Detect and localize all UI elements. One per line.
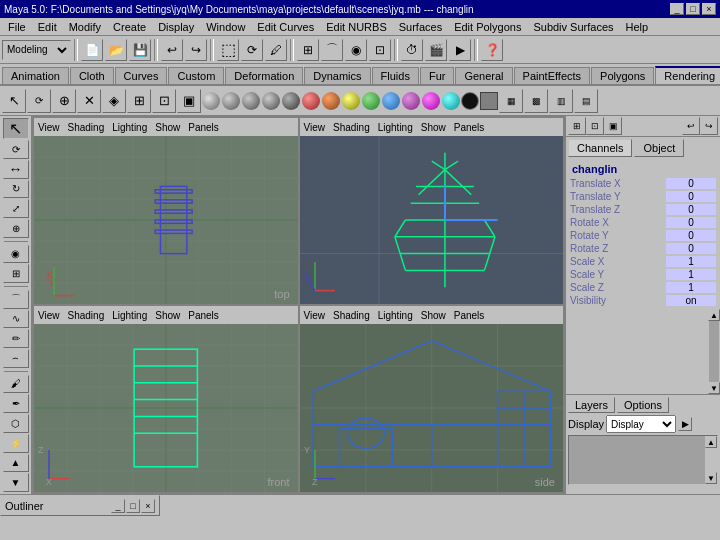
channel-value-tz[interactable]: 0 [666,204,716,215]
toolbar-new[interactable]: 📄 [81,39,103,61]
vp-persp-panels[interactable]: Panels [454,122,485,133]
tool-paint1[interactable]: 🖌 [3,375,29,394]
toolbar-snap-curve[interactable]: ⌒ [321,39,343,61]
toolbar-lasso[interactable]: ⟳ [241,39,263,61]
tab-cloth[interactable]: Cloth [70,67,114,84]
tool-bottom2[interactable]: ▼ [3,473,29,492]
tab-fluids[interactable]: Fluids [372,67,419,84]
tab-layers[interactable]: Layers [568,397,615,413]
rp-icon2[interactable]: ⊡ [586,117,604,135]
scroll-down-button[interactable]: ▼ [708,382,720,394]
vp-front-lighting[interactable]: Lighting [112,310,147,321]
icon-grid1[interactable]: ⊞ [127,89,151,113]
tab-channels[interactable]: Channels [568,139,632,157]
tab-painteffects[interactable]: PaintEffects [514,67,591,84]
tool-arc[interactable]: ⌢ [3,349,29,368]
sphere-gray5[interactable] [282,92,300,110]
icon-cross[interactable]: ✕ [77,89,101,113]
channel-value-rz[interactable]: 0 [666,243,716,254]
icon-film[interactable]: ▥ [549,89,573,113]
flat-rect[interactable] [480,92,498,110]
rp-icon5[interactable]: ↪ [700,117,718,135]
toolbar-undo[interactable]: ↩ [161,39,183,61]
toolbar-help[interactable]: ❓ [481,39,503,61]
toolbar-ipr[interactable]: ▶ [449,39,471,61]
vp-top-show[interactable]: Show [155,122,180,133]
tab-dynamics[interactable]: Dynamics [304,67,370,84]
vp-persp-shading[interactable]: Shading [333,122,370,133]
outliner-btn-close[interactable]: × [141,499,155,513]
sphere-gray4[interactable] [262,92,280,110]
layers-display-select[interactable]: Display Render Anim [606,415,676,433]
sphere-red[interactable] [302,92,320,110]
scroll-track[interactable] [709,321,719,382]
tab-object[interactable]: Object [634,139,684,157]
layers-scroll-track[interactable] [705,448,717,472]
viewport-front-canvas[interactable]: X Z front [34,324,298,492]
toolbar-render[interactable]: 🎬 [425,39,447,61]
icon-select-arrow[interactable]: ↖ [2,89,26,113]
tool-universal[interactable]: ⊕ [3,219,29,238]
menu-edit[interactable]: Edit [32,20,63,34]
tool-cloth[interactable]: ⬡ [3,414,29,433]
outliner-btn-maximize[interactable]: □ [126,499,140,513]
viewport-side-canvas[interactable]: Z Y side [300,324,564,492]
tool-show-manip[interactable]: ⊞ [3,264,29,283]
tab-rendering[interactable]: Rendering [655,66,720,84]
vp-front-shading[interactable]: Shading [68,310,105,321]
tool-bottom1[interactable]: ▲ [3,454,29,473]
scroll-up-button[interactable]: ▲ [708,309,720,321]
icon-render1[interactable]: ▦ [499,89,523,113]
icon-diamond[interactable]: ◈ [102,89,126,113]
channel-value-sx[interactable]: 1 [666,256,716,267]
maximize-button[interactable]: □ [686,3,700,15]
menu-display[interactable]: Display [152,20,200,34]
close-button[interactable]: × [702,3,716,15]
menu-window[interactable]: Window [200,20,251,34]
sphere-black[interactable] [461,92,479,110]
vp-side-panels[interactable]: Panels [454,310,485,321]
menu-file[interactable]: File [2,20,32,34]
sphere-blue[interactable] [382,92,400,110]
minimize-button[interactable]: _ [670,3,684,15]
viewport-top-canvas[interactable]: X Y top [34,136,298,304]
menu-edit-polygons[interactable]: Edit Polygons [448,20,527,34]
tab-fur[interactable]: Fur [420,67,455,84]
toolbar-history[interactable]: ⏱ [401,39,423,61]
sphere-gray2[interactable] [222,92,240,110]
menu-help[interactable]: Help [620,20,655,34]
tool-ep-curve[interactable]: ∿ [3,310,29,329]
tool-lasso[interactable]: ⟳ [3,140,29,159]
vp-persp-view[interactable]: View [304,122,326,133]
sphere-gray1[interactable] [202,92,220,110]
toolbar-redo[interactable]: ↪ [185,39,207,61]
icon-render2[interactable]: ▩ [524,89,548,113]
tool-rotate[interactable]: ↻ [3,180,29,199]
vp-side-shading[interactable]: Shading [333,310,370,321]
menu-modify[interactable]: Modify [63,20,107,34]
icon-camera[interactable]: ▤ [574,89,598,113]
tool-scale[interactable]: ⤢ [3,199,29,218]
channel-value-ry[interactable]: 0 [666,230,716,241]
vp-top-view[interactable]: View [38,122,60,133]
channel-value-tx[interactable]: 0 [666,178,716,189]
sphere-pink[interactable] [422,92,440,110]
sphere-green[interactable] [362,92,380,110]
sphere-gray3[interactable] [242,92,260,110]
icon-lasso[interactable]: ⟳ [27,89,51,113]
rp-icon3[interactable]: ▣ [604,117,622,135]
toolbar-paint[interactable]: 🖊 [265,39,287,61]
toolbar-snap-grid[interactable]: ⊞ [297,39,319,61]
tool-soft-select[interactable]: ◉ [3,245,29,264]
viewport-persp-canvas[interactable] [300,136,564,304]
vp-persp-show[interactable]: Show [421,122,446,133]
sphere-orange[interactable] [322,92,340,110]
toolbar-snap-view[interactable]: ⊡ [369,39,391,61]
vp-side-lighting[interactable]: Lighting [378,310,413,321]
menu-edit-nurbs[interactable]: Edit NURBS [320,20,393,34]
layers-scroll-up[interactable]: ▲ [705,436,717,448]
vp-top-shading[interactable]: Shading [68,122,105,133]
mode-select[interactable]: Modeling Animation Rendering Dynamics [2,40,71,60]
vp-top-panels[interactable]: Panels [188,122,219,133]
tool-curve[interactable]: ⌒ [3,290,29,309]
